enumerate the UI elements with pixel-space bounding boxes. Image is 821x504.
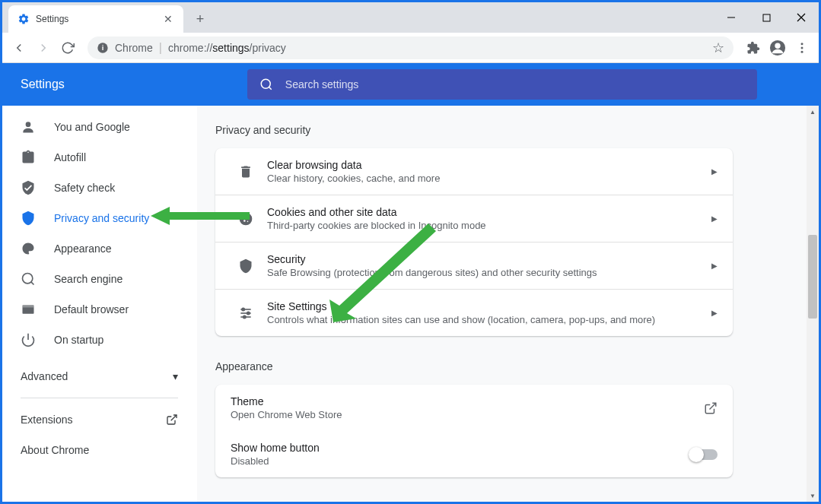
chevron-right-icon: ▶	[711, 262, 718, 270]
tab-title: Settings	[36, 14, 156, 24]
bookmark-star-icon[interactable]: ☆	[712, 40, 724, 56]
svg-point-30	[243, 315, 246, 318]
new-tab-button[interactable]: +	[189, 8, 211, 30]
search-settings-wrap[interactable]	[247, 69, 757, 100]
shield-check-icon	[21, 180, 36, 195]
svg-point-7	[775, 43, 780, 48]
svg-point-28	[242, 308, 244, 310]
svg-line-19	[171, 415, 177, 420]
svg-point-24	[247, 220, 249, 222]
svg-point-23	[243, 220, 246, 222]
shield-icon	[231, 258, 261, 274]
chevron-right-icon: ▶	[711, 214, 718, 223]
profile-avatar[interactable]	[767, 37, 788, 59]
address-bar[interactable]: i Chrome | chrome://settings/privacy ☆	[88, 36, 733, 59]
sidebar-item-default-browser[interactable]: Default browser	[2, 294, 196, 325]
sidebar-extensions-link[interactable]: Extensions	[2, 404, 196, 435]
extensions-icon[interactable]	[743, 37, 764, 59]
scroll-thumb[interactable]	[808, 235, 817, 319]
clear-browsing-data-row[interactable]: Clear browsing dataClear history, cookie…	[215, 148, 733, 195]
show-home-button-row: Show home buttonDisabled	[215, 431, 733, 477]
site-settings-row[interactable]: Site SettingsControls what information s…	[215, 290, 733, 336]
clipboard-icon	[21, 150, 36, 165]
trash-icon	[231, 164, 261, 179]
settings-title: Settings	[21, 78, 65, 91]
settings-header: Settings	[2, 63, 819, 106]
sidebar-item-you-and-google[interactable]: You and Google	[2, 112, 196, 142]
svg-rect-1	[763, 14, 770, 21]
svg-text:i: i	[102, 44, 104, 52]
close-tab-icon[interactable]: ✕	[162, 13, 174, 25]
address-chrome-label: Chrome	[115, 42, 153, 54]
person-icon	[21, 119, 36, 135]
svg-line-12	[269, 87, 271, 89]
cookie-icon	[231, 211, 261, 227]
cookies-row[interactable]: Cookies and other site dataThird-party c…	[215, 195, 733, 242]
svg-rect-17	[23, 305, 34, 307]
svg-line-31	[710, 403, 716, 409]
back-button[interactable]	[8, 37, 30, 59]
forward-button[interactable]	[33, 37, 54, 59]
sidebar-item-safety-check[interactable]: Safety check	[2, 173, 196, 203]
gear-icon	[18, 13, 30, 25]
svg-point-11	[261, 79, 270, 88]
scroll-up-icon[interactable]: ▲	[807, 106, 819, 118]
security-row[interactable]: SecuritySafe Browsing (protection from d…	[215, 242, 733, 290]
palette-icon	[21, 241, 36, 256]
svg-point-9	[801, 46, 803, 49]
chevron-right-icon: ▶	[711, 309, 718, 317]
browser-tab[interactable]: Settings ✕	[8, 5, 183, 33]
svg-point-21	[243, 216, 245, 218]
toolbar: i Chrome | chrome://settings/privacy ☆	[2, 33, 819, 63]
open-external-icon	[166, 414, 178, 426]
appearance-card: ThemeOpen Chrome Web Store Show home but…	[215, 385, 733, 477]
svg-point-8	[801, 43, 803, 45]
tab-strip: Settings ✕ +	[2, 2, 819, 33]
sidebar-item-search-engine[interactable]: Search engine	[2, 264, 196, 294]
reload-button[interactable]	[57, 37, 78, 59]
browser-menu-icon[interactable]	[791, 37, 813, 59]
chevron-right-icon: ▶	[711, 167, 718, 176]
svg-point-10	[801, 50, 803, 52]
sidebar-item-privacy-security[interactable]: Privacy and security	[2, 203, 196, 233]
svg-point-22	[247, 217, 249, 219]
search-icon	[259, 78, 273, 91]
shield-icon	[21, 211, 36, 226]
sidebar-advanced-toggle[interactable]: Advanced▾	[2, 361, 196, 391]
privacy-card: Clear browsing dataClear history, cookie…	[215, 148, 733, 336]
info-icon: i	[97, 42, 109, 54]
search-icon	[21, 271, 36, 287]
sidebar-item-appearance[interactable]: Appearance	[2, 233, 196, 264]
sidebar-item-on-startup[interactable]: On startup	[2, 325, 196, 355]
minimize-button[interactable]	[714, 2, 749, 33]
svg-line-15	[31, 282, 34, 285]
sliders-icon	[231, 306, 261, 321]
power-icon	[21, 332, 36, 347]
maximize-button[interactable]	[749, 2, 784, 33]
main-content: Privacy and security Clear browsing data…	[197, 106, 819, 502]
open-external-icon	[704, 401, 718, 415]
sidebar: You and Google Autofill Safety check Pri…	[2, 106, 197, 502]
home-button-toggle[interactable]	[690, 449, 718, 460]
appearance-section-title: Appearance	[215, 360, 819, 372]
scroll-down-icon[interactable]: ▼	[807, 490, 819, 502]
theme-row[interactable]: ThemeOpen Chrome Web Store	[215, 385, 733, 431]
svg-point-20	[240, 212, 253, 225]
privacy-section-title: Privacy and security	[215, 124, 819, 136]
svg-point-29	[247, 312, 250, 314]
scrollbar[interactable]: ▲ ▼	[807, 106, 819, 502]
address-url: chrome://settings/privacy	[168, 42, 286, 54]
sidebar-item-autofill[interactable]: Autofill	[2, 142, 196, 173]
browser-icon	[21, 302, 36, 317]
close-window-button[interactable]	[784, 2, 819, 33]
svg-point-13	[26, 122, 31, 127]
sidebar-about-chrome[interactable]: About Chrome	[2, 435, 196, 465]
chevron-down-icon: ▾	[173, 370, 178, 382]
search-settings-input[interactable]	[285, 78, 745, 90]
svg-point-14	[23, 274, 33, 284]
